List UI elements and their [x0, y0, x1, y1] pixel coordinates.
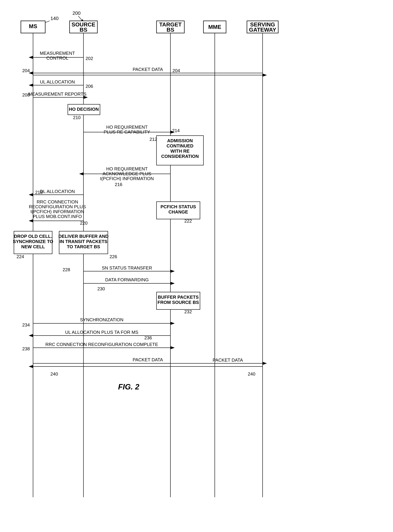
msg-data-forwarding: DATA FORWARDING	[105, 277, 149, 282]
ref-210: 210	[73, 115, 80, 120]
ho-decision-label: HO DECISION	[69, 107, 99, 112]
svg-line-5	[78, 16, 82, 20]
admission-label-2: CONTINUED	[167, 143, 194, 148]
ref-216: 216	[115, 182, 122, 187]
msg-rrc-reconfig-3: t(PCFICH) INFORMATION	[31, 209, 84, 214]
pcfich-status-1: PCFICH STATUS	[161, 204, 196, 209]
msg-packet-data-bottom-2: PACKET DATA	[213, 357, 243, 363]
ref-230: 230	[97, 286, 105, 291]
msg-ho-req-ack-1: HO REQUIREMENT	[106, 166, 148, 171]
msg-synchronization: SYNCHRONIZATION	[80, 317, 123, 322]
msg-sn-status: SN STATUS TRANSFER	[102, 265, 152, 271]
ref-140: 140	[50, 16, 59, 21]
ref-234: 234	[22, 322, 30, 327]
pcfich-status-2: CHANGE	[168, 209, 188, 215]
ref-206: 206	[86, 84, 93, 89]
ref-240-right: 240	[248, 371, 255, 376]
deliver-buffer-3: TO TARGET BS	[67, 244, 100, 249]
ref-204-left: 204	[22, 68, 30, 73]
admission-label-3: WITH RE	[170, 148, 190, 154]
msg-rrc-reconfig-1: RRC CONNECTION	[37, 199, 78, 205]
deliver-buffer-1: DELIVER BUFFER AND	[59, 234, 108, 239]
msg-dl-allocation: DL ALLOCATION	[40, 189, 75, 194]
ref-208: 208	[22, 92, 30, 98]
admission-label-4: CONSIDERATION	[161, 154, 199, 159]
mme-label: MME	[208, 24, 221, 30]
ref-236: 236	[144, 335, 152, 340]
ref-218: 218	[35, 190, 43, 195]
ref-238: 238	[22, 346, 30, 351]
msg-rrc-complete: RRC CONNECTION RECONFIGURATION COMPLETE	[45, 342, 158, 347]
admission-label-1: ADMISSION	[167, 138, 193, 143]
drop-old-cell-1: DROP OLD CELL.	[14, 234, 52, 239]
msg-measurement-control-1: MEASUREMENT	[40, 51, 75, 56]
drop-old-cell-3: NEW CELL	[21, 244, 45, 249]
ref-214: 214	[172, 128, 180, 133]
msg-ho-req-ack-2: ACKNOWLEDGE PLUS	[103, 171, 151, 176]
ref-224: 224	[16, 254, 24, 259]
ref-228: 228	[63, 267, 70, 272]
ref-220: 220	[80, 220, 88, 226]
ref-222: 222	[184, 218, 192, 224]
msg-packet-data-1: PACKET DATA	[133, 67, 163, 72]
diagram-container: MS 140 200 SOURCE BS TARGET BS MME SERVI…	[10, 7, 383, 525]
deliver-buffer-2: IN TRANSIT PACKETS	[59, 239, 107, 244]
msg-ul-allocation: UL ALLOCATION	[40, 79, 75, 84]
msg-packet-data-bottom-1: PACKET DATA	[133, 357, 163, 362]
ref-202: 202	[86, 56, 93, 61]
msg-measurement-control-2: CONTROL	[46, 55, 68, 61]
fig-label: FIG. 2	[118, 382, 139, 391]
svg-line-4	[45, 21, 49, 23]
msg-ho-req-1: HO REQUIREMENT	[106, 124, 148, 130]
ref-204-right: 204	[172, 68, 180, 73]
msg-ul-alloc-ta: UL ALLOCATION PLUS TA FOR MS	[65, 330, 138, 335]
ms-label: MS	[29, 23, 37, 29]
msg-rrc-reconfig-2: RECONFIGURATION PLUS	[29, 204, 86, 209]
ref-240-left: 240	[50, 371, 58, 376]
buffer-packets-2: FROM SOURCE BS	[157, 300, 199, 305]
buffer-packets-1: BUFFER PACKETS	[158, 294, 199, 300]
msg-ho-req-ack-3: t(PCFICH) INFORMATION	[100, 176, 154, 181]
serving-gw-label2: GATEWAY	[249, 27, 276, 33]
ref-232: 232	[184, 309, 192, 314]
msg-measurement-reports: MEASUREMENT REPORTS	[28, 92, 86, 97]
ref-226: 226	[110, 254, 117, 259]
target-bs-label2: BS	[167, 27, 174, 33]
drop-old-cell-2: SYNCHRONIZE TO	[13, 239, 53, 244]
source-bs-label2: BS	[80, 27, 87, 33]
msg-rrc-reconfig-4: PLUS MOB.CONT.INFO	[33, 214, 82, 219]
msg-ho-req-2: PLUS RE CAPABILITY	[104, 129, 150, 135]
ref-212: 212	[150, 137, 157, 142]
ref-200: 200	[73, 10, 81, 16]
